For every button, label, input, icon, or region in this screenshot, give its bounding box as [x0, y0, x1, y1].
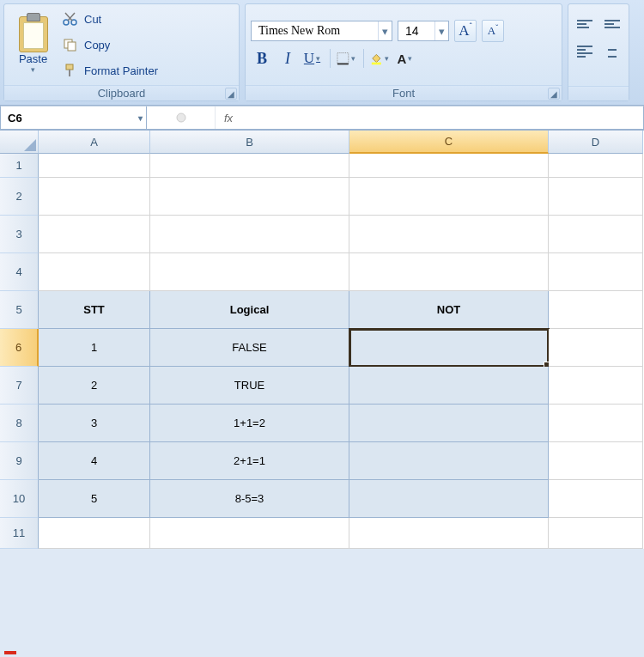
name-box[interactable]: C6 ▾ [1, 106, 147, 129]
cell-a3[interactable] [39, 216, 150, 253]
cell-d4[interactable] [549, 253, 643, 291]
cell-d3[interactable] [549, 216, 643, 253]
font-size-combo[interactable]: 14 ▾ [398, 21, 449, 41]
cell-b11[interactable] [150, 518, 349, 549]
cell-c6[interactable] [349, 329, 549, 367]
col-d-label: D [592, 136, 599, 149]
column-headers: A B C D [0, 131, 644, 154]
formula-input[interactable] [241, 106, 643, 129]
fill-color-button[interactable]: ▾ [369, 47, 392, 70]
cell-d6[interactable] [549, 329, 643, 367]
row-header-1[interactable]: 1 [0, 154, 39, 178]
cell-b3[interactable] [150, 216, 349, 253]
cell-a10[interactable]: 5 [39, 480, 150, 518]
chevron-down-icon: ▾ [385, 54, 391, 63]
col-header-d[interactable]: D [549, 131, 643, 154]
cell-c8[interactable] [349, 405, 549, 442]
cell-b6[interactable]: FALSE [150, 329, 349, 367]
select-all-corner[interactable] [0, 131, 39, 154]
chevron-down-icon: ▾ [31, 65, 35, 74]
cell-a1[interactable] [39, 154, 150, 178]
font-group-label: Font ◢ [246, 85, 562, 100]
cell-d9[interactable] [549, 442, 643, 480]
cell-c4[interactable] [349, 253, 549, 291]
font-name-combo[interactable]: Times New Rom ▾ [251, 21, 392, 41]
borders-button[interactable]: ▾ [336, 47, 358, 70]
row-6: 6 1 FALSE [0, 329, 644, 367]
grow-font-button[interactable]: Aˆ [454, 20, 477, 42]
worksheet: A B C D 1 2 3 4 5 STT Logical NOT 6 1 FA… [0, 130, 644, 549]
cell-b1[interactable] [150, 154, 349, 178]
cell-a2[interactable] [39, 178, 150, 216]
align-top-button[interactable] [574, 13, 596, 35]
align-center-button[interactable] [601, 40, 623, 63]
row1-label: 1 [15, 159, 21, 172]
font-label-text: Font [392, 87, 415, 100]
row-header-3[interactable]: 3 [0, 216, 39, 253]
cell-c3[interactable] [349, 216, 549, 253]
cell-c9[interactable] [349, 442, 549, 480]
cell-d5[interactable] [549, 291, 643, 329]
cell-b5[interactable]: Logical [150, 291, 349, 329]
row-header-5[interactable]: 5 [0, 291, 39, 329]
cell-b8[interactable]: 1+1=2 [150, 405, 349, 442]
row-header-9[interactable]: 9 [0, 442, 39, 480]
cell-b2[interactable] [150, 178, 349, 216]
val-b9: 2+1=1 [234, 454, 265, 467]
cell-a11[interactable] [39, 518, 150, 549]
cell-d7[interactable] [549, 367, 643, 405]
val-b10: 8-5=3 [235, 492, 264, 505]
cell-a8[interactable]: 3 [39, 405, 150, 442]
copy-button[interactable]: Copy [62, 33, 158, 57]
row-header-8[interactable]: 8 [0, 405, 39, 442]
cell-c2[interactable] [349, 178, 549, 216]
cell-b9[interactable]: 2+1=1 [150, 442, 349, 480]
col-header-b[interactable]: B [150, 131, 349, 154]
chevron-down-icon: ▾ [351, 54, 357, 63]
underline-button[interactable]: U▾ [302, 47, 325, 70]
col-header-c[interactable]: C [349, 131, 549, 154]
val-b6: FALSE [232, 341, 266, 354]
cell-a5[interactable]: STT [39, 291, 150, 329]
bold-button[interactable]: B [251, 47, 273, 70]
cell-d10[interactable] [549, 480, 643, 518]
row-header-2[interactable]: 2 [0, 178, 39, 216]
cell-c5[interactable]: NOT [349, 291, 549, 329]
dialog-launcher-icon[interactable]: ◢ [548, 88, 560, 100]
cell-a7[interactable]: 2 [39, 367, 150, 405]
cell-d11[interactable] [549, 518, 643, 549]
row-header-10[interactable]: 10 [0, 480, 39, 518]
align-middle-button[interactable] [601, 13, 623, 35]
font-color-button[interactable]: A ▾ [395, 47, 417, 70]
cell-a4[interactable] [39, 253, 150, 291]
col-header-a[interactable]: A [39, 131, 150, 154]
cell-a6[interactable]: 1 [39, 329, 150, 367]
cell-a9[interactable]: 4 [39, 442, 150, 480]
cell-d2[interactable] [549, 178, 643, 216]
cell-d8[interactable] [549, 405, 643, 442]
paste-button[interactable]: Paste ▾ [9, 6, 57, 83]
row-header-7[interactable]: 7 [0, 367, 39, 405]
align-left-button[interactable] [574, 40, 596, 63]
cut-label: Cut [84, 13, 101, 26]
cell-b10[interactable]: 8-5=3 [150, 480, 349, 518]
shrink-font-button[interactable]: Aˇ [482, 20, 504, 42]
format-painter-button[interactable]: Format Painter [62, 58, 158, 82]
dialog-launcher-icon[interactable]: ◢ [225, 88, 237, 100]
cut-button[interactable]: Cut [62, 7, 158, 31]
row-header-4[interactable]: 4 [0, 253, 39, 291]
cell-c1[interactable] [349, 154, 549, 178]
val-a10: 5 [91, 492, 97, 505]
clipboard-group-label: Clipboard ◢ [4, 85, 239, 100]
cell-c11[interactable] [349, 518, 549, 549]
row-header-11[interactable]: 11 [0, 518, 39, 549]
cell-b7[interactable]: TRUE [150, 367, 349, 405]
cell-c10[interactable] [349, 480, 549, 518]
row-header-6[interactable]: 6 [0, 329, 39, 367]
cell-d1[interactable] [549, 154, 643, 178]
cell-c7[interactable] [349, 367, 549, 405]
formula-cancel-ok [147, 106, 216, 129]
insert-function-button[interactable]: fx [216, 112, 241, 125]
cell-b4[interactable] [150, 253, 349, 291]
italic-button[interactable]: I [276, 47, 299, 70]
